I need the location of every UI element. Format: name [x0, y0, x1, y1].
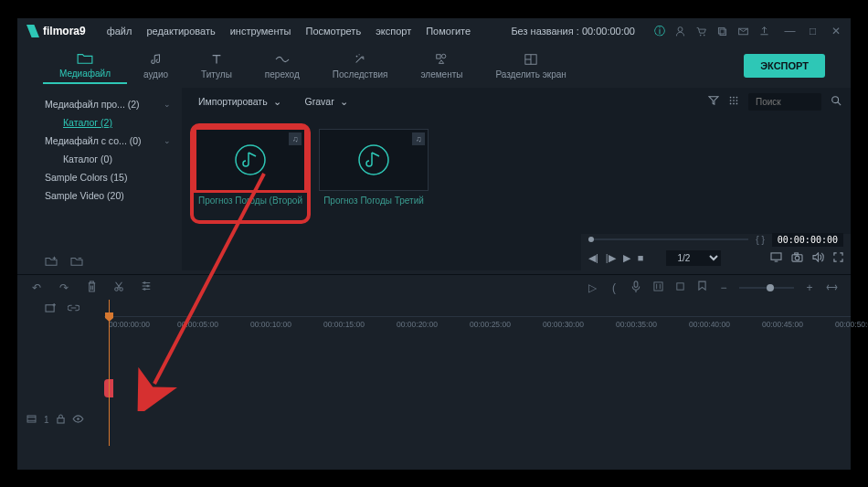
scrub-track[interactable] — [588, 238, 748, 240]
zoom-in-icon[interactable]: + — [803, 281, 816, 294]
chevron-down-icon: ⌄ — [164, 100, 171, 109]
tab-media[interactable]: Медиафайл — [43, 48, 127, 84]
window-controls: — □ ✕ — [784, 26, 842, 37]
speed-select[interactable]: 1/2 — [666, 250, 721, 266]
sidebar-item-media-shared[interactable]: Медиафайл с со... (0)⌄ — [17, 132, 182, 150]
tab-titles[interactable]: Титулы — [185, 48, 249, 83]
play-icon[interactable]: ▶ — [623, 252, 630, 264]
tab-effects[interactable]: Последствия — [316, 48, 405, 83]
step-back-icon[interactable]: |▶ — [606, 252, 616, 264]
sidebar-item-media-project[interactable]: Медиафайл про... (2)⌄ — [17, 95, 182, 113]
svg-rect-45 — [27, 415, 36, 421]
gravar-dropdown[interactable]: Gravar⌄ — [298, 93, 355, 110]
svg-point-0 — [678, 26, 683, 31]
ruler-mark: 00:00:10:00 — [250, 320, 291, 329]
marker-icon[interactable] — [695, 281, 708, 295]
fullscreen-icon[interactable] — [833, 252, 843, 264]
stop-icon[interactable]: ■ — [638, 252, 644, 264]
menu-help[interactable]: Помогите — [418, 22, 478, 40]
mixer-icon[interactable] — [651, 281, 664, 294]
svg-rect-44 — [46, 304, 54, 311]
media-item[interactable]: ♫ Прогноз Погоды Третий — [319, 129, 429, 206]
menu-file[interactable]: файл — [100, 22, 140, 40]
search-input[interactable] — [748, 93, 821, 111]
import-dropdown[interactable]: Импортировать⌄ — [191, 93, 289, 110]
add-track-icon[interactable] — [45, 302, 57, 314]
tab-transition[interactable]: переход — [249, 48, 316, 83]
delete-icon[interactable] — [85, 281, 98, 295]
undo-icon[interactable]: ↶ — [30, 281, 43, 294]
svg-point-7 — [359, 54, 360, 55]
svg-point-29 — [795, 256, 799, 260]
filter-icon[interactable] — [708, 95, 719, 108]
prev-frame-icon[interactable]: ◀| — [588, 252, 598, 264]
sidebar-item-colors[interactable]: Sample Colors (15) — [17, 168, 182, 186]
media-item[interactable]: ♫ Прогноз Погоды (Второй — [196, 129, 305, 206]
grid-view-icon[interactable] — [728, 95, 739, 108]
sidebar-item-catalog[interactable]: Каталог (2) — [17, 113, 182, 132]
cut-icon[interactable] — [112, 281, 125, 294]
zoom-handle[interactable] — [767, 284, 774, 291]
ruler-mark: 00:00:50:00 — [835, 320, 868, 329]
svg-rect-4 — [720, 29, 726, 36]
lock-icon[interactable] — [57, 414, 65, 426]
playhead[interactable] — [109, 300, 110, 446]
screen-icon[interactable] — [770, 252, 782, 264]
crop-icon[interactable] — [673, 281, 686, 294]
tab-row: Медиафайл аудио Титулы переход Последств… — [17, 44, 851, 88]
tab-audio[interactable]: аудио — [127, 48, 185, 83]
scrub-handle[interactable] — [588, 237, 594, 242]
new-folder-icon[interactable] — [45, 254, 58, 267]
timeline: 00:00:00:00 00:00:05:00 00:00:10:00 00:0… — [17, 300, 851, 446]
svg-point-1 — [700, 34, 702, 36]
zoom-out-icon[interactable]: − — [717, 281, 730, 294]
upload-icon[interactable] — [758, 26, 770, 37]
settings-icon[interactable] — [140, 281, 153, 294]
copy-icon[interactable] — [716, 26, 728, 37]
marker-in-icon[interactable]: ( — [608, 281, 620, 294]
logo: filmora9 — [26, 25, 86, 37]
transition-icon — [274, 52, 291, 67]
zoom-slider[interactable] — [739, 287, 794, 289]
user-icon[interactable] — [674, 26, 686, 37]
play-timeline-icon[interactable]: ▷ — [586, 281, 598, 294]
svg-point-24 — [236, 145, 265, 175]
menu-view[interactable]: Посмотреть — [299, 22, 369, 40]
camera-icon[interactable] — [791, 252, 803, 264]
redo-icon[interactable]: ↷ — [58, 281, 70, 294]
mic-icon[interactable] — [630, 281, 642, 295]
track-area[interactable]: 1 — [17, 338, 851, 429]
tab-elements[interactable]: элементы — [404, 48, 479, 83]
volume-icon[interactable] — [812, 252, 824, 264]
main-menu: файл редактировать инструменты Посмотрет… — [100, 22, 478, 40]
search-icon[interactable] — [831, 95, 842, 108]
menu-tools[interactable]: инструменты — [223, 22, 299, 40]
zoom-fit-icon[interactable] — [825, 281, 838, 294]
close-icon[interactable]: ✕ — [830, 26, 842, 37]
sidebar-item-video[interactable]: Sample Video (20) — [17, 186, 182, 205]
eye-icon[interactable] — [72, 415, 84, 425]
tab-label: аудио — [143, 69, 168, 79]
tab-split[interactable]: Разделить экран — [479, 48, 582, 83]
svg-point-18 — [736, 100, 738, 101]
svg-rect-30 — [795, 252, 799, 254]
minimize-icon[interactable]: — — [784, 26, 796, 37]
timeline-ruler[interactable]: 00:00:00:00 00:00:05:00 00:00:10:00 00:0… — [104, 316, 851, 338]
menu-export[interactable]: экспорт — [368, 22, 418, 40]
svg-point-6 — [356, 56, 358, 58]
timeline-toolbar: ↶ ↷ ▷ ( − + — [17, 274, 851, 300]
svg-point-36 — [143, 281, 146, 284]
export-button[interactable]: ЭКСПОРТ — [744, 54, 825, 78]
sidebar-item-catalog2[interactable]: Каталог (0) — [17, 150, 182, 168]
maximize-icon[interactable]: □ — [807, 26, 819, 37]
tab-label: Последствия — [333, 69, 388, 79]
media-label: Прогноз Погоды Третий — [319, 196, 429, 206]
ruler-mark: 00:00:00:00 — [109, 320, 150, 329]
cart-icon[interactable] — [695, 26, 707, 37]
info-icon[interactable]: ⓘ — [653, 26, 665, 37]
link-icon[interactable] — [68, 302, 79, 313]
svg-point-49 — [77, 418, 79, 420]
menu-edit[interactable]: редактировать — [139, 22, 222, 40]
folder-remove-icon[interactable] — [70, 254, 83, 267]
mail-icon[interactable] — [737, 26, 749, 37]
